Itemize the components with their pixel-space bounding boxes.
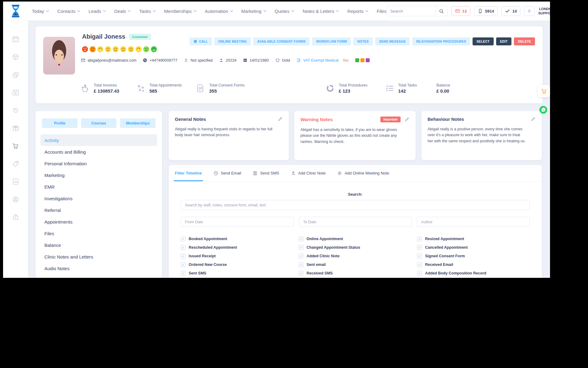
- edit-pencil-icon[interactable]: [530, 117, 536, 122]
- lock-icon[interactable]: [12, 213, 19, 221]
- delete-button[interactable]: DELETE: [514, 37, 535, 45]
- from-date-input[interactable]: [181, 217, 294, 227]
- satisfaction-emoji-icon[interactable]: [151, 46, 157, 52]
- satisfaction-emoji-icon[interactable]: [105, 46, 111, 52]
- satisfaction-emoji-icon[interactable]: [135, 46, 142, 52]
- tag-swatch-orange[interactable]: [360, 58, 364, 62]
- filter-checkbox[interactable]: ✓Sent email: [299, 262, 417, 267]
- tab-add-online-meeting-note[interactable]: Add Online Meeting Note: [337, 165, 389, 181]
- notes-button[interactable]: NOTES: [353, 37, 373, 45]
- to-date-input[interactable]: [299, 217, 412, 227]
- checkbox-checked[interactable]: ✓: [299, 262, 303, 267]
- tab-profile[interactable]: Profile: [42, 118, 77, 128]
- satisfaction-emoji-icon[interactable]: [112, 46, 119, 52]
- nav-item-quotes[interactable]: Quotes: [275, 9, 294, 14]
- satisfaction-emoji-icon[interactable]: [82, 46, 88, 52]
- checkbox-checked[interactable]: ✓: [299, 236, 303, 241]
- copy-icon[interactable]: [12, 71, 19, 79]
- edit-button[interactable]: EDIT: [496, 37, 512, 45]
- package-icon[interactable]: [12, 53, 19, 61]
- sidebar-item-balance[interactable]: Balance: [40, 239, 157, 251]
- checkbox-checked[interactable]: ✓: [417, 236, 422, 241]
- filter-checkbox[interactable]: ✓Cancelled Appointment: [417, 245, 530, 250]
- customer-photo[interactable]: [43, 37, 75, 75]
- checkbox-checked[interactable]: ✓: [417, 245, 422, 250]
- checkbox-checked[interactable]: ✓: [299, 254, 303, 259]
- checkbox-checked[interactable]: ✓: [299, 245, 303, 250]
- price-tag-icon[interactable]: [12, 160, 19, 167]
- report-chart-icon[interactable]: [12, 178, 19, 185]
- filter-checkbox[interactable]: ✓Signed Consent Form: [417, 254, 530, 259]
- checkbox-checked[interactable]: ✓: [417, 271, 422, 276]
- rejuvenation-procedures-button[interactable]: REJUVENATION PROCEDURES: [412, 37, 470, 45]
- satisfaction-emoji-icon[interactable]: [120, 46, 126, 52]
- user-circle-icon[interactable]: [12, 196, 19, 203]
- search-input[interactable]: [386, 6, 435, 16]
- tasks-done-button[interactable]: 14: [501, 6, 520, 16]
- nav-item-today[interactable]: Today: [32, 9, 49, 14]
- tab-filter-timeline[interactable]: Filter Timeline: [175, 165, 202, 181]
- send-message-button[interactable]: SEND MESSAGE: [375, 37, 410, 45]
- phone-notifications-button[interactable]: 5914: [474, 6, 498, 16]
- call-button[interactable]: CALL: [190, 37, 212, 45]
- whatsapp-button[interactable]: [539, 105, 548, 114]
- sidebar-item-investigations[interactable]: Investigations: [40, 193, 157, 204]
- customer-email[interactable]: abigailjones@mailinator.com: [81, 58, 136, 63]
- nav-item-reports[interactable]: Reports: [347, 9, 368, 14]
- filter-checkbox[interactable]: ✓Sent SMS: [181, 271, 299, 276]
- tab-add-clinic-note[interactable]: Add Clinic Note: [291, 165, 326, 181]
- tag-swatch-green[interactable]: [355, 58, 359, 62]
- calendar-return-icon[interactable]: [12, 89, 19, 96]
- nav-item-leads[interactable]: Leads: [89, 9, 106, 14]
- checkbox-checked[interactable]: ✓: [299, 271, 303, 276]
- filter-checkbox[interactable]: ✓Booked Appointment: [181, 236, 299, 241]
- tab-memberships[interactable]: Memberships: [120, 118, 156, 128]
- satisfaction-emoji-icon[interactable]: [143, 46, 149, 52]
- filter-checkbox[interactable]: ✓Resized Appointment: [417, 236, 530, 241]
- history-icon[interactable]: [12, 107, 19, 114]
- select-button[interactable]: SELECT: [473, 37, 494, 45]
- nav-item-memberships[interactable]: Memberships: [164, 9, 197, 14]
- customer-phone[interactable]: +447490009777: [143, 58, 177, 63]
- filter-checkbox[interactable]: ✓Rescheduled Appointment: [181, 245, 299, 250]
- available-consent-forms-button[interactable]: AVAILABLE CONSENT FORMS: [253, 37, 310, 45]
- timeline-search-input[interactable]: [181, 200, 530, 210]
- author-input[interactable]: [417, 217, 530, 227]
- gift-icon[interactable]: [12, 125, 19, 132]
- satisfaction-emoji-icon[interactable]: [128, 46, 134, 52]
- sidebar-item-personal-information[interactable]: Personal Information: [40, 158, 157, 169]
- filter-checkbox[interactable]: ✓Ordered New Course: [181, 262, 299, 267]
- help-button[interactable]: [524, 6, 534, 16]
- checkbox-checked[interactable]: ✓: [181, 245, 186, 250]
- filter-checkbox[interactable]: ✓Changed Appointment Status: [299, 245, 417, 250]
- satisfaction-emoji-icon[interactable]: [97, 46, 104, 52]
- tab-send-sms[interactable]: Send SMS: [253, 165, 279, 181]
- filter-checkbox[interactable]: ✓Added Body Composition Record: [417, 271, 530, 276]
- sidebar-item-files[interactable]: Files: [40, 228, 157, 239]
- sidebar-item-activity[interactable]: Activity: [40, 134, 157, 146]
- filter-checkbox[interactable]: ✓Received Email: [417, 262, 530, 267]
- satisfaction-emoji-icon[interactable]: [89, 46, 96, 52]
- search-button[interactable]: [435, 6, 448, 16]
- mail-notifications-button[interactable]: 13: [451, 6, 470, 16]
- tag-swatch-purple[interactable]: [366, 58, 370, 62]
- filter-checkbox[interactable]: ✓Online Appointment: [299, 236, 417, 241]
- nav-item-deals[interactable]: Deals: [114, 9, 131, 14]
- calendar-12-icon[interactable]: [12, 36, 19, 43]
- sidebar-item-clinic-notes-and-letters[interactable]: Clinic Notes and Letters: [40, 251, 157, 263]
- sidebar-item-marketing[interactable]: Marketing: [40, 169, 157, 181]
- sidebar-item-referral[interactable]: Referral: [40, 204, 157, 216]
- sidebar-item-accounts-and-billing[interactable]: Accounts and Billing: [40, 146, 157, 158]
- sidebar-item-appointments[interactable]: Appointments: [40, 216, 157, 228]
- floating-cart-button[interactable]: [538, 85, 550, 97]
- checkbox-checked[interactable]: ✓: [417, 262, 422, 267]
- sidebar-item-emr[interactable]: EMR: [40, 181, 157, 193]
- app-logo[interactable]: [10, 4, 21, 18]
- nav-item-tasks[interactable]: Tasks: [139, 9, 156, 14]
- online-meeting-button[interactable]: ONLINE MEETING: [214, 37, 251, 45]
- filter-checkbox[interactable]: ✓Issued Receipt: [181, 254, 299, 259]
- edit-pencil-icon[interactable]: [277, 117, 283, 122]
- edit-pencil-icon[interactable]: [404, 117, 409, 122]
- sidebar-item-audio-notes[interactable]: Audio Notes: [40, 263, 157, 274]
- nav-item-notes-letters[interactable]: Notes & Letters: [303, 9, 339, 14]
